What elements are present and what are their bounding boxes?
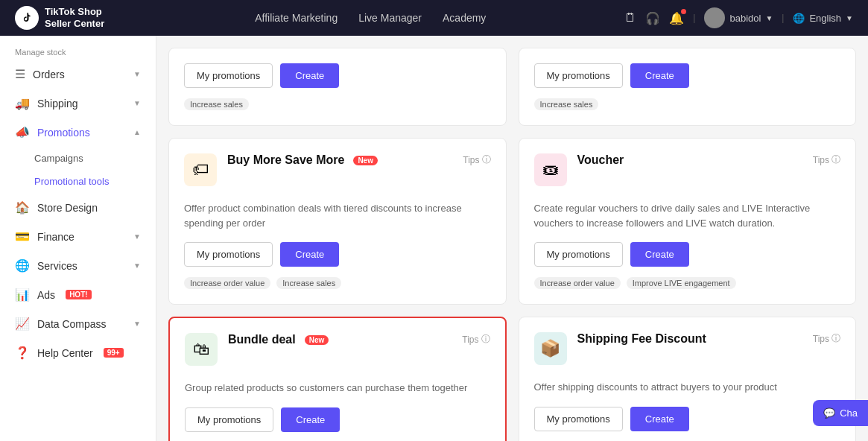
card-bmsm-title-area: Buy More Save More New: [227, 153, 378, 167]
card-voucher-top-row: 🎟 Voucher Tips ⓘ: [534, 153, 841, 195]
card-bundle-create-button[interactable]: Create: [281, 407, 340, 432]
document-icon[interactable]: 🗒: [624, 11, 636, 25]
sidebar-label-data-compass: Data Compass: [37, 318, 107, 330]
notification-bell[interactable]: 🔔: [669, 11, 684, 25]
nav-live-manager[interactable]: Live Manager: [358, 12, 422, 24]
card-partial-right: My promotions Create Increase sales: [519, 48, 857, 126]
card-voucher-my-promotions-button[interactable]: My promotions: [534, 242, 623, 267]
sidebar-item-ads[interactable]: 📊 Ads HOT!: [0, 280, 156, 309]
sidebar-item-store-design[interactable]: 🏠 Store Design: [0, 193, 156, 222]
card-voucher-tag-0: Increase order value: [534, 277, 621, 289]
promotions-icon: 📣: [15, 125, 30, 139]
card-shipping-desc: Offer shipping discounts to attract buye…: [534, 380, 841, 395]
sidebar-item-shipping[interactable]: 🚚 Shipping ▼: [0, 89, 156, 118]
card-bundle-deal: 🛍 Bundle deal New Tips ⓘ Group relate: [168, 317, 507, 441]
sidebar-item-help-center[interactable]: ❓ Help Center 99+: [0, 338, 156, 367]
shipping-tips-info-icon: ⓘ: [831, 332, 840, 345]
chat-icon: 💬: [823, 407, 835, 419]
nav-academy[interactable]: Academy: [443, 12, 486, 24]
card-buy-more-save-more: 🏷 Buy More Save More New Tips ⓘ Offer: [168, 138, 507, 305]
ads-icon: 📊: [15, 288, 30, 302]
card-voucher-title: Voucher: [577, 153, 624, 167]
card-voucher-tag-1: Improve LIVE engagement: [627, 277, 736, 289]
card-bmsm-desc: Offer product combination deals with tie…: [184, 201, 491, 230]
top-right-tag: Increase sales: [534, 98, 599, 110]
sidebar-label-services: Services: [37, 260, 77, 272]
card-shipping-create-button[interactable]: Create: [630, 407, 689, 431]
sidebar-item-finance[interactable]: 💳 Finance ▼: [0, 222, 156, 251]
top-left-create-button[interactable]: Create: [280, 63, 339, 88]
voucher-tips-info-icon: ⓘ: [831, 153, 840, 166]
chat-widget[interactable]: 💬 Cha: [813, 400, 868, 426]
notification-dot: [681, 9, 686, 14]
card-voucher-desc: Create regular vouchers to drive daily s…: [534, 201, 841, 230]
sidebar-sub-campaigns[interactable]: Campaigns: [34, 147, 156, 170]
card-bundle-icon: 🛍: [185, 333, 218, 366]
card-shipping-my-promotions-button[interactable]: My promotions: [534, 407, 623, 431]
card-bmsm-actions: My promotions Create: [184, 242, 491, 267]
help-center-badge: 99+: [104, 348, 124, 358]
card-bmsm-create-button[interactable]: Create: [280, 242, 339, 267]
top-left-my-promotions-button[interactable]: My promotions: [184, 63, 273, 88]
card-bmsm-header: 🏷 Buy More Save More New: [184, 153, 378, 186]
user-dropdown-arrow: ▼: [765, 14, 773, 22]
top-left-card-actions: My promotions Create: [184, 63, 491, 88]
card-partial-left: My promotions Create Increase sales: [168, 48, 507, 126]
card-shipping-title: Shipping Fee Discount: [577, 332, 706, 346]
top-right-my-promotions-button[interactable]: My promotions: [534, 63, 623, 88]
logo-icon: [15, 6, 39, 30]
services-icon: 🌐: [15, 258, 30, 273]
card-bmsm-tag-1: Increase sales: [276, 277, 341, 289]
card-bmsm-my-promotions-button[interactable]: My promotions: [184, 242, 273, 267]
card-shipping-top-row: 📦 Shipping Fee Discount Tips ⓘ: [534, 332, 841, 374]
card-voucher-create-button[interactable]: Create: [630, 242, 689, 267]
avatar: [704, 7, 725, 28]
card-bmsm-top-row: 🏷 Buy More Save More New Tips ⓘ: [184, 153, 491, 195]
finance-arrow: ▼: [133, 232, 141, 241]
sidebar-label-help-center: Help Center: [37, 347, 93, 359]
card-shipping-actions: My promotions Create: [534, 407, 841, 431]
promotions-arrow: ▲: [133, 128, 141, 136]
card-bmsm-tips[interactable]: Tips ⓘ: [463, 153, 490, 166]
sidebar: Manage stock ☰ Orders ▼ 🚚 Shipping ▼ 📣 P…: [0, 36, 156, 441]
main-cards-grid: 🏷 Buy More Save More New Tips ⓘ Offer: [168, 138, 856, 441]
sidebar-item-promotions[interactable]: 📣 Promotions ▲: [0, 118, 156, 147]
svg-point-0: [19, 10, 34, 25]
tips-info-icon: ⓘ: [482, 153, 491, 166]
top-left-card-tags: Increase sales: [184, 98, 491, 110]
manage-stock-label: Manage stock: [0, 42, 156, 60]
header-right: 🗒 🎧 🔔 | babidol ▼ | 🌐 English ▼: [624, 7, 853, 28]
language-selector[interactable]: 🌐 English ▼: [793, 13, 853, 24]
globe-icon: 🌐: [793, 13, 805, 24]
top-right-card-tags: Increase sales: [534, 98, 841, 110]
language-dropdown-arrow: ▼: [846, 14, 853, 22]
headset-icon[interactable]: 🎧: [645, 11, 660, 25]
card-bmsm-tags: Increase order value Increase sales: [184, 277, 491, 289]
language-label: English: [809, 13, 841, 24]
card-bundle-top-row: 🛍 Bundle deal New Tips ⓘ: [185, 333, 490, 375]
card-voucher-tags: Increase order value Improve LIVE engage…: [534, 277, 841, 289]
nav-affiliate-marketing[interactable]: Affiliate Marketing: [255, 12, 338, 24]
data-compass-icon: 📈: [15, 317, 30, 331]
orders-icon: ☰: [15, 67, 25, 81]
card-shipping-fee-discount: 📦 Shipping Fee Discount Tips ⓘ Offer shi…: [519, 317, 857, 441]
card-shipping-icon: 📦: [534, 332, 567, 365]
bundle-tips-info-icon: ⓘ: [481, 333, 490, 346]
top-right-card-actions: My promotions Create: [534, 63, 841, 88]
card-bundle-my-promotions-button[interactable]: My promotions: [185, 407, 273, 432]
top-right-create-button[interactable]: Create: [630, 63, 689, 88]
sidebar-sub-promotional-tools[interactable]: Promotional tools: [34, 170, 156, 193]
sidebar-item-data-compass[interactable]: 📈 Data Compass ▼: [0, 309, 156, 338]
card-voucher-tips[interactable]: Tips ⓘ: [813, 153, 840, 166]
card-shipping-tips[interactable]: Tips ⓘ: [813, 332, 840, 345]
sidebar-item-services[interactable]: 🌐 Services ▼: [0, 251, 156, 280]
card-bundle-desc: Group related products so customers can …: [185, 381, 490, 396]
card-bundle-header: 🛍 Bundle deal New: [185, 333, 329, 366]
card-bmsm-new-badge: New: [353, 156, 378, 165]
card-bundle-tips[interactable]: Tips ⓘ: [462, 333, 490, 346]
user-menu[interactable]: babidol ▼: [704, 7, 773, 28]
ads-hot-badge: HOT!: [66, 290, 91, 299]
sidebar-item-orders[interactable]: ☰ Orders ▼: [0, 60, 156, 89]
top-left-tag: Increase sales: [184, 98, 249, 110]
chat-label: Cha: [840, 407, 858, 419]
